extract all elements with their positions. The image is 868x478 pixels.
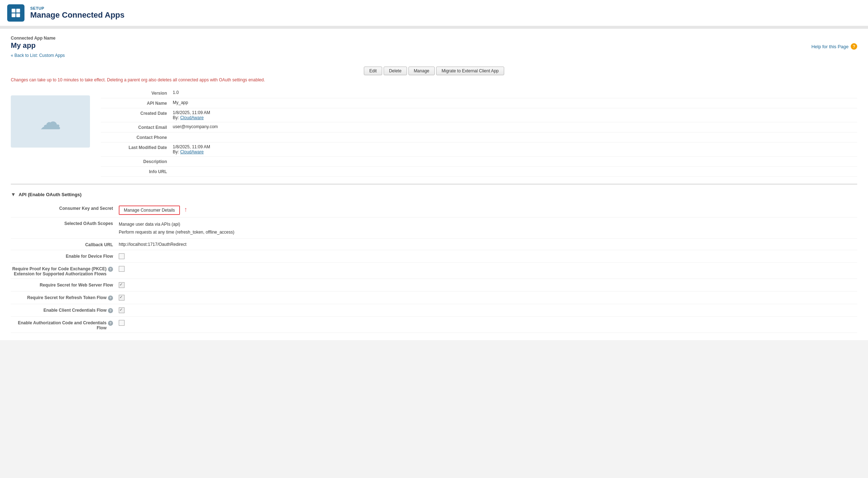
contact-email-label: Contact Email — [101, 124, 173, 130]
arrow-annotation: ↑ — [184, 206, 187, 213]
version-value: 1.0 — [173, 90, 857, 95]
detail-layout: ☁ Version 1.0 API Name My_app Created Da… — [11, 88, 857, 177]
delete-button[interactable]: Delete — [384, 67, 407, 75]
auth-code-value — [119, 319, 857, 327]
api-name-value: My_app — [173, 100, 857, 105]
detail-fields: Version 1.0 API Name My_app Created Date… — [101, 88, 857, 177]
app-name: My app — [11, 41, 857, 50]
contact-email-value: user@mycompany.com — [173, 124, 857, 129]
refresh-token-row: Require Secret for Refresh Token Flow ? — [11, 292, 857, 304]
api-name-label: API Name — [101, 100, 173, 106]
callback-url-value: http://localhost:1717/OauthRedirect — [119, 241, 857, 247]
created-by-link[interactable]: CloudAware — [180, 115, 204, 120]
version-row: Version 1.0 — [101, 88, 857, 98]
pkce-label: Require Proof Key for Code Exchange (PKC… — [11, 265, 119, 276]
device-flow-label: Enable for Device Flow — [11, 252, 119, 259]
device-flow-row: Enable for Device Flow — [11, 250, 857, 263]
description-label: Description — [101, 158, 173, 164]
last-modified-value: 1/8/2025, 11:09 AM By: CloudAware — [173, 144, 857, 154]
migrate-button[interactable]: Migrate to External Client App — [436, 67, 504, 75]
web-server-value — [119, 281, 857, 289]
info-url-row: Info URL — [101, 167, 857, 177]
web-server-checkbox[interactable] — [119, 282, 125, 288]
client-credentials-value — [119, 306, 857, 314]
cloud-icon: ☁ — [40, 109, 61, 134]
last-modified-label: Last Modified Date — [101, 144, 173, 150]
consumer-key-value: Manage Consumer Details ↑ — [119, 204, 857, 215]
client-credentials-label: Enable Client Credentials Flow ? — [11, 306, 119, 313]
app-icon — [7, 4, 24, 22]
callback-url-label: Callback URL — [11, 241, 119, 247]
svg-rect-0 — [12, 9, 15, 12]
auth-code-label: Enable Authorization Code and Credential… — [11, 319, 119, 330]
section-title: API (Enable OAuth Settings) — [19, 192, 82, 197]
content-area: Help for this Page ? Connected App Name … — [0, 28, 868, 340]
callback-url-row: Callback URL http://localhost:1717/Oauth… — [11, 239, 857, 250]
refresh-token-label: Require Secret for Refresh Token Flow ? — [11, 294, 119, 301]
pkce-info-icon[interactable]: ? — [108, 267, 113, 272]
client-credentials-row: Enable Client Credentials Flow ? — [11, 304, 857, 317]
help-area: Help for this Page ? — [812, 43, 857, 50]
contact-phone-label: Contact Phone — [101, 134, 173, 140]
contact-email-row: Contact Email user@mycompany.com — [101, 122, 857, 132]
svg-rect-1 — [16, 9, 20, 12]
selected-scopes-value: Manage user data via APIs (api) Perform … — [119, 220, 857, 236]
refresh-token-checkbox[interactable] — [119, 295, 125, 301]
auth-code-checkbox[interactable] — [119, 320, 125, 326]
back-link[interactable]: « Back to List: Custom Apps — [11, 53, 65, 58]
help-link[interactable]: Help for this Page — [812, 44, 849, 49]
api-name-row: API Name My_app — [101, 98, 857, 108]
manage-consumer-details-button[interactable]: Manage Consumer Details — [119, 206, 180, 215]
web-server-label: Require Secret for Web Server Flow — [11, 281, 119, 288]
contact-phone-row: Contact Phone — [101, 132, 857, 143]
selected-scopes-label: Selected OAuth Scopes — [11, 220, 119, 226]
app-logo: ☁ — [11, 95, 90, 148]
refresh-token-info-icon[interactable]: ? — [108, 296, 113, 301]
pkce-value — [119, 265, 857, 273]
svg-rect-3 — [16, 13, 20, 17]
svg-rect-2 — [12, 13, 15, 17]
app-name-label: Connected App Name — [11, 36, 857, 41]
version-label: Version — [101, 90, 173, 96]
grid-icon — [11, 8, 21, 18]
device-flow-value — [119, 252, 857, 260]
section-divider — [11, 184, 857, 184]
help-icon[interactable]: ? — [851, 43, 857, 50]
manage-button[interactable]: Manage — [408, 67, 435, 75]
section-header: ▼ API (Enable OAuth Settings) — [11, 191, 857, 197]
created-date-label: Created Date — [101, 110, 173, 116]
refresh-token-value — [119, 294, 857, 302]
client-credentials-checkbox[interactable] — [119, 307, 125, 313]
device-flow-checkbox[interactable] — [119, 253, 125, 259]
collapse-icon[interactable]: ▼ — [11, 191, 16, 197]
created-date-value: 1/8/2025, 11:09 AM By: CloudAware — [173, 110, 857, 120]
header-title-area: SETUP Manage Connected Apps — [30, 6, 125, 20]
oauth-section: ▼ API (Enable OAuth Settings) Consumer K… — [11, 191, 857, 333]
description-row: Description — [101, 157, 857, 167]
pkce-row: Require Proof Key for Code Exchange (PKC… — [11, 263, 857, 279]
last-modified-by-link[interactable]: CloudAware — [180, 149, 204, 154]
edit-button[interactable]: Edit — [364, 67, 382, 75]
web-server-row: Require Secret for Web Server Flow — [11, 279, 857, 292]
auth-code-info-icon[interactable]: ? — [108, 321, 113, 326]
info-url-label: Info URL — [101, 168, 173, 174]
created-date-row: Created Date 1/8/2025, 11:09 AM By: Clou… — [101, 108, 857, 122]
page-title: Manage Connected Apps — [30, 10, 125, 20]
consumer-key-row: Consumer Key and Secret Manage Consumer … — [11, 202, 857, 217]
setup-label: SETUP — [30, 6, 125, 10]
auth-code-row: Enable Authorization Code and Credential… — [11, 317, 857, 333]
consumer-key-label: Consumer Key and Secret — [11, 204, 119, 211]
page-header: SETUP Manage Connected Apps — [0, 0, 868, 26]
warning-message: Changes can take up to 10 minutes to tak… — [11, 77, 857, 82]
pkce-checkbox[interactable] — [119, 266, 125, 272]
last-modified-row: Last Modified Date 1/8/2025, 11:09 AM By… — [101, 143, 857, 157]
client-credentials-info-icon[interactable]: ? — [108, 308, 113, 313]
oauth-fields: Consumer Key and Secret Manage Consumer … — [11, 202, 857, 333]
selected-scopes-row: Selected OAuth Scopes Manage user data v… — [11, 217, 857, 239]
action-buttons-row: Edit Delete Manage Migrate to External C… — [11, 67, 857, 75]
